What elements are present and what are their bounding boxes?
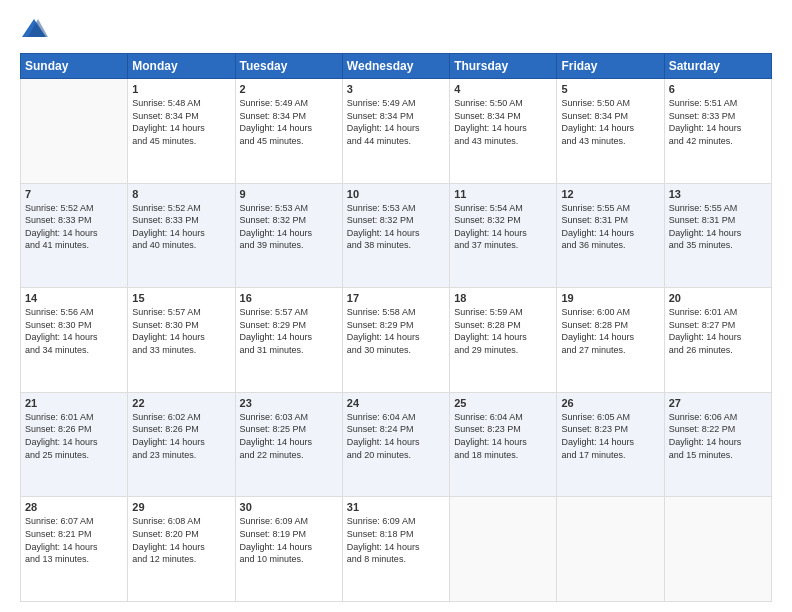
calendar-day-cell: 5Sunrise: 5:50 AMSunset: 8:34 PMDaylight… <box>557 79 664 184</box>
day-info: Sunrise: 6:09 AMSunset: 8:19 PMDaylight:… <box>240 515 338 565</box>
calendar-day-cell: 6Sunrise: 5:51 AMSunset: 8:33 PMDaylight… <box>664 79 771 184</box>
day-info: Sunrise: 5:57 AMSunset: 8:30 PMDaylight:… <box>132 306 230 356</box>
day-number: 16 <box>240 292 338 304</box>
calendar-day-cell: 29Sunrise: 6:08 AMSunset: 8:20 PMDayligh… <box>128 497 235 602</box>
calendar-day-cell: 18Sunrise: 5:59 AMSunset: 8:28 PMDayligh… <box>450 288 557 393</box>
calendar-day-cell: 12Sunrise: 5:55 AMSunset: 8:31 PMDayligh… <box>557 183 664 288</box>
day-number: 31 <box>347 501 445 513</box>
calendar-week-row: 28Sunrise: 6:07 AMSunset: 8:21 PMDayligh… <box>21 497 772 602</box>
day-info: Sunrise: 5:57 AMSunset: 8:29 PMDaylight:… <box>240 306 338 356</box>
day-number: 7 <box>25 188 123 200</box>
day-number: 15 <box>132 292 230 304</box>
calendar-day-header: Tuesday <box>235 54 342 79</box>
day-number: 3 <box>347 83 445 95</box>
day-number: 10 <box>347 188 445 200</box>
calendar-week-row: 1Sunrise: 5:48 AMSunset: 8:34 PMDaylight… <box>21 79 772 184</box>
calendar-day-cell: 19Sunrise: 6:00 AMSunset: 8:28 PMDayligh… <box>557 288 664 393</box>
calendar-day-cell: 1Sunrise: 5:48 AMSunset: 8:34 PMDaylight… <box>128 79 235 184</box>
calendar-day-cell <box>557 497 664 602</box>
day-number: 6 <box>669 83 767 95</box>
day-info: Sunrise: 6:00 AMSunset: 8:28 PMDaylight:… <box>561 306 659 356</box>
day-number: 12 <box>561 188 659 200</box>
day-number: 5 <box>561 83 659 95</box>
day-number: 24 <box>347 397 445 409</box>
day-info: Sunrise: 6:07 AMSunset: 8:21 PMDaylight:… <box>25 515 123 565</box>
day-info: Sunrise: 5:59 AMSunset: 8:28 PMDaylight:… <box>454 306 552 356</box>
day-info: Sunrise: 5:53 AMSunset: 8:32 PMDaylight:… <box>347 202 445 252</box>
calendar-day-cell: 11Sunrise: 5:54 AMSunset: 8:32 PMDayligh… <box>450 183 557 288</box>
day-info: Sunrise: 5:49 AMSunset: 8:34 PMDaylight:… <box>240 97 338 147</box>
day-info: Sunrise: 6:04 AMSunset: 8:23 PMDaylight:… <box>454 411 552 461</box>
calendar-day-cell: 14Sunrise: 5:56 AMSunset: 8:30 PMDayligh… <box>21 288 128 393</box>
day-number: 18 <box>454 292 552 304</box>
day-info: Sunrise: 6:02 AMSunset: 8:26 PMDaylight:… <box>132 411 230 461</box>
calendar-week-row: 7Sunrise: 5:52 AMSunset: 8:33 PMDaylight… <box>21 183 772 288</box>
day-info: Sunrise: 5:49 AMSunset: 8:34 PMDaylight:… <box>347 97 445 147</box>
calendar-day-cell <box>21 79 128 184</box>
calendar-day-cell: 10Sunrise: 5:53 AMSunset: 8:32 PMDayligh… <box>342 183 449 288</box>
day-info: Sunrise: 5:58 AMSunset: 8:29 PMDaylight:… <box>347 306 445 356</box>
calendar-week-row: 21Sunrise: 6:01 AMSunset: 8:26 PMDayligh… <box>21 392 772 497</box>
calendar-day-cell: 7Sunrise: 5:52 AMSunset: 8:33 PMDaylight… <box>21 183 128 288</box>
calendar-day-cell: 21Sunrise: 6:01 AMSunset: 8:26 PMDayligh… <box>21 392 128 497</box>
calendar-day-header: Wednesday <box>342 54 449 79</box>
day-number: 20 <box>669 292 767 304</box>
day-number: 17 <box>347 292 445 304</box>
calendar-day-cell: 4Sunrise: 5:50 AMSunset: 8:34 PMDaylight… <box>450 79 557 184</box>
calendar-day-cell: 17Sunrise: 5:58 AMSunset: 8:29 PMDayligh… <box>342 288 449 393</box>
day-number: 21 <box>25 397 123 409</box>
day-number: 4 <box>454 83 552 95</box>
day-number: 28 <box>25 501 123 513</box>
day-info: Sunrise: 6:09 AMSunset: 8:18 PMDaylight:… <box>347 515 445 565</box>
day-number: 23 <box>240 397 338 409</box>
calendar-day-cell: 16Sunrise: 5:57 AMSunset: 8:29 PMDayligh… <box>235 288 342 393</box>
day-info: Sunrise: 5:53 AMSunset: 8:32 PMDaylight:… <box>240 202 338 252</box>
calendar-day-header: Thursday <box>450 54 557 79</box>
day-number: 13 <box>669 188 767 200</box>
calendar-week-row: 14Sunrise: 5:56 AMSunset: 8:30 PMDayligh… <box>21 288 772 393</box>
page: SundayMondayTuesdayWednesdayThursdayFrid… <box>0 0 792 612</box>
calendar-day-cell: 27Sunrise: 6:06 AMSunset: 8:22 PMDayligh… <box>664 392 771 497</box>
calendar-day-cell: 13Sunrise: 5:55 AMSunset: 8:31 PMDayligh… <box>664 183 771 288</box>
day-number: 29 <box>132 501 230 513</box>
day-info: Sunrise: 5:48 AMSunset: 8:34 PMDaylight:… <box>132 97 230 147</box>
day-number: 11 <box>454 188 552 200</box>
day-info: Sunrise: 6:05 AMSunset: 8:23 PMDaylight:… <box>561 411 659 461</box>
day-info: Sunrise: 6:01 AMSunset: 8:26 PMDaylight:… <box>25 411 123 461</box>
calendar-day-cell: 9Sunrise: 5:53 AMSunset: 8:32 PMDaylight… <box>235 183 342 288</box>
calendar-day-cell <box>450 497 557 602</box>
day-info: Sunrise: 5:55 AMSunset: 8:31 PMDaylight:… <box>561 202 659 252</box>
day-info: Sunrise: 5:52 AMSunset: 8:33 PMDaylight:… <box>25 202 123 252</box>
day-number: 27 <box>669 397 767 409</box>
day-info: Sunrise: 5:50 AMSunset: 8:34 PMDaylight:… <box>454 97 552 147</box>
calendar-day-cell: 22Sunrise: 6:02 AMSunset: 8:26 PMDayligh… <box>128 392 235 497</box>
calendar-day-header: Friday <box>557 54 664 79</box>
calendar-day-header: Monday <box>128 54 235 79</box>
day-number: 2 <box>240 83 338 95</box>
day-info: Sunrise: 5:55 AMSunset: 8:31 PMDaylight:… <box>669 202 767 252</box>
day-info: Sunrise: 6:04 AMSunset: 8:24 PMDaylight:… <box>347 411 445 461</box>
calendar-header-row: SundayMondayTuesdayWednesdayThursdayFrid… <box>21 54 772 79</box>
calendar-table: SundayMondayTuesdayWednesdayThursdayFrid… <box>20 53 772 602</box>
calendar-day-cell: 30Sunrise: 6:09 AMSunset: 8:19 PMDayligh… <box>235 497 342 602</box>
day-info: Sunrise: 5:52 AMSunset: 8:33 PMDaylight:… <box>132 202 230 252</box>
day-info: Sunrise: 5:54 AMSunset: 8:32 PMDaylight:… <box>454 202 552 252</box>
day-info: Sunrise: 6:06 AMSunset: 8:22 PMDaylight:… <box>669 411 767 461</box>
calendar-day-cell: 31Sunrise: 6:09 AMSunset: 8:18 PMDayligh… <box>342 497 449 602</box>
day-number: 26 <box>561 397 659 409</box>
calendar-day-cell: 8Sunrise: 5:52 AMSunset: 8:33 PMDaylight… <box>128 183 235 288</box>
calendar-day-cell: 24Sunrise: 6:04 AMSunset: 8:24 PMDayligh… <box>342 392 449 497</box>
calendar-day-cell: 23Sunrise: 6:03 AMSunset: 8:25 PMDayligh… <box>235 392 342 497</box>
calendar-day-cell: 20Sunrise: 6:01 AMSunset: 8:27 PMDayligh… <box>664 288 771 393</box>
day-number: 14 <box>25 292 123 304</box>
day-number: 25 <box>454 397 552 409</box>
day-info: Sunrise: 6:08 AMSunset: 8:20 PMDaylight:… <box>132 515 230 565</box>
day-number: 8 <box>132 188 230 200</box>
logo-icon <box>20 15 48 43</box>
calendar-day-cell: 25Sunrise: 6:04 AMSunset: 8:23 PMDayligh… <box>450 392 557 497</box>
day-number: 9 <box>240 188 338 200</box>
header <box>20 15 772 43</box>
calendar-day-cell: 2Sunrise: 5:49 AMSunset: 8:34 PMDaylight… <box>235 79 342 184</box>
day-number: 19 <box>561 292 659 304</box>
day-number: 22 <box>132 397 230 409</box>
